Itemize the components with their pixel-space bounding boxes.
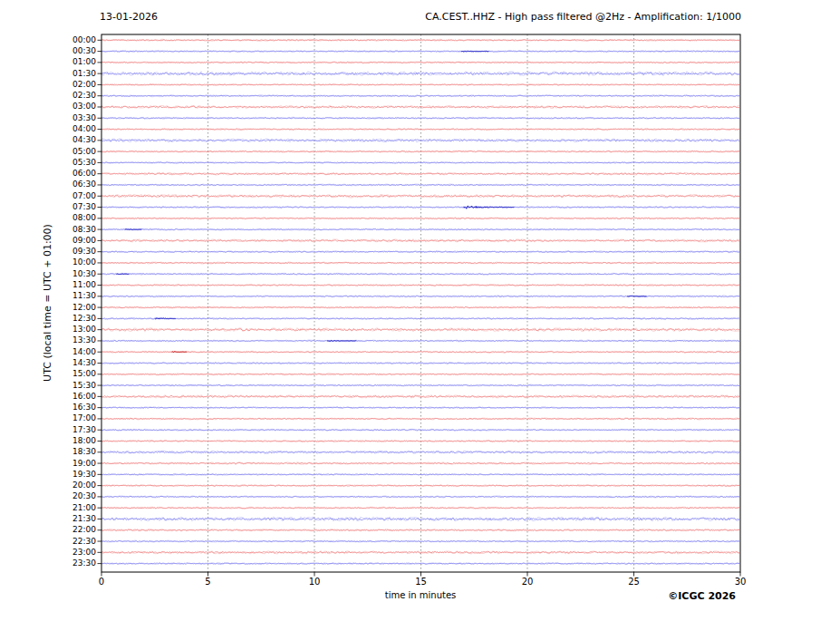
y-axis-label: 22:00 xyxy=(72,526,96,534)
y-axis-label: 15:30 xyxy=(72,382,96,390)
y-axis-label: 23:30 xyxy=(72,559,96,568)
y-axis-label: 07:30 xyxy=(72,203,96,211)
y-axis-label: 12:00 xyxy=(72,304,96,312)
y-axis-label: 07:00 xyxy=(72,192,96,200)
y-axis-label: 05:00 xyxy=(72,148,96,156)
y-axis-label: 10:30 xyxy=(72,270,96,278)
y-axis-title: UTC (local time = UTC + 01:00) xyxy=(42,224,53,382)
y-axis-label: 09:00 xyxy=(72,237,96,245)
y-axis-label: 19:30 xyxy=(72,471,96,479)
y-axis-label: 01:30 xyxy=(72,70,96,78)
y-axis-label: 20:30 xyxy=(72,492,96,500)
y-axis-label: 05:30 xyxy=(72,159,96,167)
y-axis-label: 13:30 xyxy=(72,336,96,345)
x-axis-label: 30 xyxy=(735,578,747,587)
x-axis-label: 5 xyxy=(205,578,210,587)
seismogram-plot-area xyxy=(0,0,840,631)
y-axis-label: 19:00 xyxy=(72,460,96,468)
y-axis-label: 18:00 xyxy=(72,437,96,445)
y-axis-label: 09:30 xyxy=(72,248,96,256)
y-axis-label: 03:30 xyxy=(72,114,96,122)
y-axis-label: 10:00 xyxy=(72,258,96,267)
copyright-credit: ©ICGC 2026 xyxy=(668,590,736,602)
y-axis-label: 16:00 xyxy=(72,393,96,401)
y-axis-label: 20:00 xyxy=(72,481,96,490)
y-axis-label: 08:00 xyxy=(72,214,96,222)
y-axis-label: 14:00 xyxy=(72,348,96,356)
y-axis-label: 00:00 xyxy=(72,36,96,44)
x-axis-label: 0 xyxy=(99,578,104,587)
y-axis-label: 11:30 xyxy=(72,292,96,300)
y-axis-label: 18:30 xyxy=(72,448,96,456)
helicorder-page: 13-01-2026 CA.CEST..HHZ - High pass filt… xyxy=(0,0,840,631)
y-axis-label: 02:00 xyxy=(72,81,96,89)
y-axis-label: 03:00 xyxy=(72,102,96,111)
y-axis-label: 14:30 xyxy=(72,359,96,367)
y-axis-label: 15:00 xyxy=(72,370,96,378)
trace-0830-event xyxy=(125,229,142,230)
y-axis-label: 23:00 xyxy=(72,548,96,557)
y-axis-label: 17:00 xyxy=(72,414,96,422)
y-axis-label: 21:00 xyxy=(72,504,96,512)
trace-1030-event xyxy=(116,274,129,275)
y-axis-label: 08:30 xyxy=(72,226,96,234)
x-axis-label: 15 xyxy=(415,578,427,587)
y-axis-label: 17:30 xyxy=(72,426,96,434)
x-axis-title: time in minutes xyxy=(385,590,457,600)
x-axis-label: 10 xyxy=(309,578,321,587)
y-axis-label: 01:00 xyxy=(72,58,96,66)
x-axis-label: 25 xyxy=(628,578,640,587)
y-axis-label: 06:30 xyxy=(72,180,96,189)
x-axis-label: 20 xyxy=(522,578,534,587)
y-axis-label: 12:30 xyxy=(72,315,96,323)
y-axis-label: 04:30 xyxy=(72,136,96,144)
y-axis-label: 02:30 xyxy=(72,92,96,100)
y-axis-label: 22:30 xyxy=(72,538,96,546)
y-axis-label: 04:00 xyxy=(72,125,96,133)
y-axis-label: 11:00 xyxy=(72,281,96,289)
y-axis-label: 16:30 xyxy=(72,403,96,412)
y-axis-label: 21:30 xyxy=(72,515,96,523)
y-axis-label: 00:30 xyxy=(72,47,96,55)
y-axis-label: 06:00 xyxy=(72,170,96,178)
y-axis-label: 13:00 xyxy=(72,325,96,334)
